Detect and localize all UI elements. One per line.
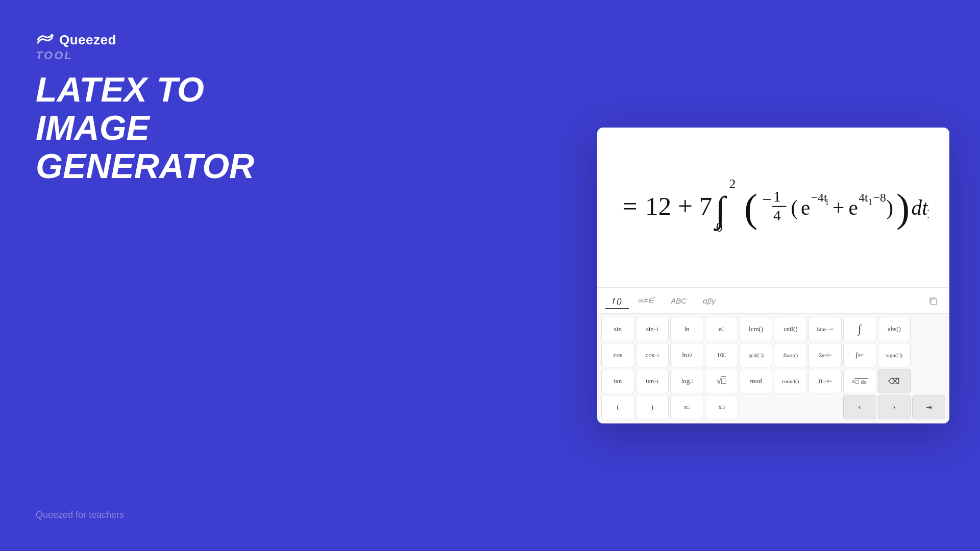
svg-text:4: 4 xyxy=(773,207,781,223)
svg-text:1: 1 xyxy=(773,188,781,205)
btn-empty-4-6 xyxy=(774,395,807,419)
svg-text:e: e xyxy=(801,196,810,219)
btn-lcm[interactable]: lcm() xyxy=(740,317,773,341)
btn-log[interactable]: log□ xyxy=(670,369,703,393)
btn-exp[interactable]: e□ xyxy=(705,317,738,341)
svg-text:−: − xyxy=(762,190,772,209)
btn-lparen[interactable]: ( xyxy=(601,395,634,419)
svg-text:−8: −8 xyxy=(873,191,886,204)
btn-atan[interactable]: tan−1 xyxy=(636,369,669,393)
keyboard-area: f () ∞≠∈ ABC αβγ sin sin−1 ln e□ lcm() c… xyxy=(597,287,949,423)
btn-asin[interactable]: sin−1 xyxy=(636,317,669,341)
logo-text: Queezed xyxy=(59,32,116,48)
svg-text:0: 0 xyxy=(716,220,723,235)
svg-text:+: + xyxy=(832,196,844,219)
svg-text:e: e xyxy=(849,196,858,219)
btn-sum[interactable]: Σn=0∞ xyxy=(808,343,842,367)
calculator-panel: = 12 + 7 ∫ 2 0 ( − 1 4 ( e −4t 1 + e 4t … xyxy=(597,128,949,423)
left-panel: Queezed TOOL LATEX TO IMAGE GENERATOR Qu… xyxy=(0,0,337,551)
btn-log10[interactable]: ln10 xyxy=(670,343,703,367)
tab-greek[interactable]: αβγ xyxy=(696,293,723,309)
btn-abs[interactable]: abs() xyxy=(878,317,911,341)
btn-tan[interactable]: tan xyxy=(601,369,634,393)
formula-display: = 12 + 7 ∫ 2 0 ( − 1 4 ( e −4t 1 + e 4t … xyxy=(597,128,949,287)
btn-empty-3-10 xyxy=(912,369,945,393)
logo: Queezed xyxy=(36,31,301,49)
svg-text:(: ( xyxy=(791,196,798,220)
svg-text:): ) xyxy=(886,196,893,220)
svg-text:12 + 7: 12 + 7 xyxy=(645,191,712,220)
btn-empty-4-7 xyxy=(808,395,842,419)
btn-x-sub[interactable]: x□ xyxy=(705,395,738,419)
btn-sqrt[interactable]: √□ xyxy=(705,369,738,393)
svg-text:1: 1 xyxy=(868,197,872,206)
btn-derivative[interactable]: d□dx xyxy=(843,369,876,393)
button-grid: sin sin−1 ln e□ lcm() ceil() limn→∞ ∫ ab… xyxy=(597,314,949,423)
svg-rect-24 xyxy=(931,299,937,305)
tool-label: TOOL xyxy=(36,49,301,62)
btn-rparen[interactable]: ) xyxy=(636,395,669,419)
btn-ceil[interactable]: ceil() xyxy=(774,317,807,341)
btn-floor[interactable]: floor() xyxy=(774,343,807,367)
btn-ln[interactable]: ln xyxy=(670,317,703,341)
btn-left[interactable]: ‹ xyxy=(843,395,876,419)
btn-cos[interactable]: cos xyxy=(601,343,634,367)
btn-gcd[interactable]: gcd(□) xyxy=(740,343,773,367)
logo-icon xyxy=(36,31,54,49)
btn-tab[interactable]: ⇥ xyxy=(912,395,945,419)
svg-text:2: 2 xyxy=(729,177,736,191)
tab-bar: f () ∞≠∈ ABC αβγ xyxy=(597,288,949,314)
svg-text:1: 1 xyxy=(926,206,929,221)
btn-sin[interactable]: sin xyxy=(601,317,634,341)
btn-empty-4-5 xyxy=(740,395,773,419)
main-title: LATEX TO IMAGE GENERATOR xyxy=(36,70,301,185)
tab-functions[interactable]: f () xyxy=(605,293,629,309)
btn-product[interactable]: Πn=0∞ xyxy=(808,369,842,393)
svg-text:(: ( xyxy=(744,186,757,230)
btn-empty-2-10 xyxy=(912,343,945,367)
copy-button[interactable] xyxy=(925,293,941,309)
btn-backspace[interactable]: ⌫ xyxy=(878,369,911,393)
btn-definite-integral[interactable]: ∫0∞ xyxy=(843,343,876,367)
btn-sign[interactable]: sign(□) xyxy=(878,343,911,367)
formula-svg: = 12 + 7 ∫ 2 0 ( − 1 4 ( e −4t 1 + e 4t … xyxy=(618,167,929,247)
btn-x-sup[interactable]: x□ xyxy=(670,395,703,419)
btn-acos[interactable]: cos−1 xyxy=(636,343,669,367)
btn-empty-1-10 xyxy=(912,317,945,341)
btn-lim[interactable]: limn→∞ xyxy=(808,317,842,341)
btn-10pow[interactable]: 10□ xyxy=(705,343,738,367)
tab-abc[interactable]: ABC xyxy=(664,293,694,309)
btn-round[interactable]: round() xyxy=(774,369,807,393)
btn-integral[interactable]: ∫ xyxy=(843,317,876,341)
btn-mod[interactable]: mod xyxy=(740,369,773,393)
tab-symbols[interactable]: ∞≠∈ xyxy=(631,293,662,309)
footer-text: Queezed for teachers xyxy=(36,510,301,520)
btn-right[interactable]: › xyxy=(878,395,911,419)
svg-text:=: = xyxy=(623,191,638,220)
svg-text:): ) xyxy=(896,186,910,230)
svg-text:1: 1 xyxy=(825,197,829,206)
svg-text:4t: 4t xyxy=(859,191,868,204)
